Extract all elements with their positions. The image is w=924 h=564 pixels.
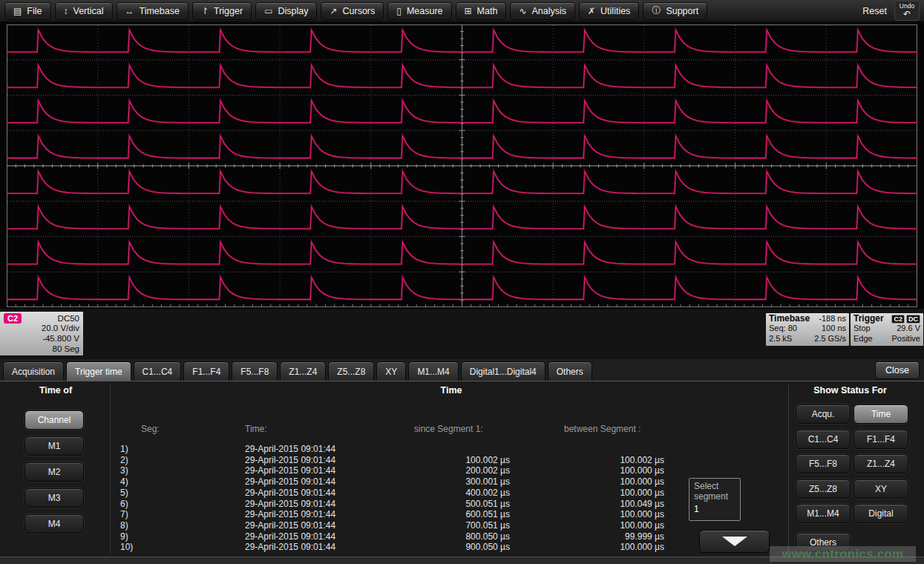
seg-cell: 1): [120, 444, 245, 455]
status-f5-f8-button[interactable]: F5...F8: [796, 454, 851, 473]
status-time-button[interactable]: Time: [853, 404, 908, 424]
undo-button[interactable]: Undo ↶: [894, 1, 920, 21]
tab-f1-f4[interactable]: F1...F4: [183, 361, 229, 381]
time-cell: 29-April-2015 09:01:44: [245, 542, 375, 553]
panel-divider-left: [110, 384, 111, 554]
table-row: 9)29-April-2015 09:01:44800.050 µs99.999…: [120, 531, 664, 542]
timebase-samples: 2.5 kS: [769, 334, 792, 344]
status-m1-m4-button[interactable]: M1...M4: [796, 504, 851, 523]
menu-label: Analysis: [531, 6, 566, 16]
channel-descriptor[interactable]: C2 DC50 20.0 V/div -45.800 V 80 Seg: [0, 312, 83, 355]
since-cell: 800.050 µs: [375, 531, 510, 542]
trigger-descriptor[interactable]: Trigger C2 DC Stop 29.6 V Edge Positive: [851, 313, 923, 346]
status-strip: C2 DC50 20.0 V/div -45.800 V 80 Seg Time…: [0, 309, 924, 359]
table-row: 7)29-April-2015 09:01:44600.051 µs100.00…: [120, 509, 664, 520]
select-segment-field[interactable]: Select segment 1: [689, 478, 741, 521]
menu-support-button[interactable]: ⓘSupport: [643, 2, 707, 20]
since-cell: 200.002 µs: [375, 465, 510, 476]
menu-file-button[interactable]: ▤File: [4, 2, 51, 20]
between-cell: 100.000 µs: [510, 509, 664, 520]
time-cell: 29-April-2015 09:01:44: [245, 444, 375, 455]
between-cell: [510, 444, 664, 455]
status-acqu-button[interactable]: Acqu.: [796, 404, 851, 424]
status-c1-c4-button[interactable]: C1...C4: [796, 430, 851, 449]
horizontal-arrows-icon: ↔: [125, 6, 134, 16]
status-xy-button[interactable]: XY: [853, 479, 908, 499]
time-cell: 29-April-2015 09:01:44: [245, 465, 375, 476]
tab-acquisition[interactable]: Acquisition: [3, 361, 64, 381]
menu-vertical-button[interactable]: ↕Vertical: [55, 2, 113, 20]
time-of-m3-button[interactable]: M3: [24, 488, 84, 508]
menu-label: Vertical: [73, 6, 104, 16]
select-segment-value: 1: [694, 504, 735, 514]
tab-digital1-digital4[interactable]: Digital1...Digital4: [461, 361, 545, 381]
status-digital-button[interactable]: Digital: [853, 504, 908, 523]
seg-cell: 4): [120, 476, 245, 488]
tabs: AcquisitionTrigger timeC1...C4F1...F4F5.…: [3, 361, 592, 381]
tab-c1-c4[interactable]: C1...C4: [134, 361, 182, 381]
menu-math-button[interactable]: ⊞Math: [456, 2, 507, 20]
time-cell: 29-April-2015 09:01:44: [245, 531, 375, 542]
close-button[interactable]: Close: [875, 361, 920, 379]
menu-label: Utilities: [600, 6, 630, 16]
since-cell: 300.001 µs: [375, 476, 510, 488]
time-cell: 29-April-2015 09:01:44: [245, 476, 375, 488]
cursor-arrow-icon: ↗: [330, 6, 337, 16]
trigger-title: Trigger: [853, 314, 884, 324]
file-icon: ▤: [13, 6, 22, 16]
time-cell: 29-April-2015 09:01:44: [245, 509, 375, 520]
menu-timebase-button[interactable]: ↔Timebase: [117, 2, 189, 20]
channel-coupling: DC50: [58, 313, 79, 324]
channel-offset: -45.800 V: [4, 334, 79, 344]
status-z1-z4-button[interactable]: Z1...Z4: [853, 454, 908, 473]
tab-m1-m4[interactable]: M1...M4: [408, 361, 458, 381]
ruler-icon: ▯: [396, 6, 402, 16]
status-f1-f4-button[interactable]: F1...F4: [853, 430, 908, 449]
menu-analysis-button[interactable]: ∿Analysis: [510, 2, 575, 20]
segment-down-button[interactable]: [699, 530, 770, 553]
between-cell: 100.000 µs: [510, 520, 664, 531]
table-row: 3)29-April-2015 09:01:44200.002 µs100.00…: [120, 465, 664, 476]
time-section-title: Time: [399, 385, 503, 396]
between-cell: 100.000 µs: [510, 488, 664, 499]
waveform-grid: [7, 24, 917, 307]
table-row: 10)29-April-2015 09:01:44900.050 µs100.0…: [120, 542, 664, 553]
tab-z5-z8[interactable]: Z5...Z8: [328, 361, 374, 381]
menu-label: Cursors: [343, 6, 376, 16]
time-of-m4-button[interactable]: M4: [24, 514, 84, 534]
trigger-type: Edge: [853, 334, 873, 344]
chart-icon: ∿: [519, 6, 526, 16]
trigger-coupling-badge: DC: [906, 315, 920, 324]
menu-measure-button[interactable]: ▯Measure: [387, 2, 451, 20]
header-since: since Segment 1:: [375, 424, 510, 434]
since-cell: 500.051 µs: [375, 499, 510, 510]
between-cell: 99.999 µs: [510, 531, 664, 542]
time-of-m2-button[interactable]: M2: [24, 462, 84, 482]
channel-scale: 20.0 V/div: [4, 324, 79, 334]
tab-trigger-time[interactable]: Trigger time: [66, 361, 131, 381]
tab-others[interactable]: Others: [548, 361, 592, 381]
menu-trigger-button[interactable]: ↾Trigger: [192, 2, 252, 20]
menu-display-button[interactable]: ▭Display: [255, 2, 317, 20]
menu-cursors-button[interactable]: ↗Cursors: [321, 2, 384, 20]
waveform-display[interactable]: [0, 23, 924, 309]
vertical-arrows-icon: ↕: [64, 6, 68, 16]
tab-z1-z4[interactable]: Z1...Z4: [280, 361, 326, 381]
channel-badge: C2: [4, 313, 22, 324]
tab-xy[interactable]: XY: [376, 361, 406, 381]
timebase-descriptor[interactable]: Timebase -188 ns Seq: 80 100 ns 2.5 kS 2…: [766, 313, 849, 346]
time-of-m1-button[interactable]: M1: [24, 436, 84, 456]
status-z5-z8-button[interactable]: Z5...Z8: [796, 479, 851, 499]
time-of-title: Time of: [15, 385, 96, 396]
seg-cell: 9): [120, 531, 245, 542]
between-cell: 100.000 µs: [510, 465, 664, 476]
tab-f5-f8[interactable]: F5...F8: [232, 361, 278, 381]
reset-button[interactable]: Reset: [862, 6, 887, 16]
time-of-channel-button[interactable]: Channel: [24, 410, 84, 430]
menu-utilities-button[interactable]: ✗Utilities: [579, 2, 639, 20]
since-cell: [375, 444, 510, 455]
monitor-icon: ▭: [264, 6, 272, 16]
time-cell: 29-April-2015 09:01:44: [245, 499, 375, 510]
menu-label: Math: [477, 6, 498, 16]
menu-label: Measure: [407, 6, 443, 16]
